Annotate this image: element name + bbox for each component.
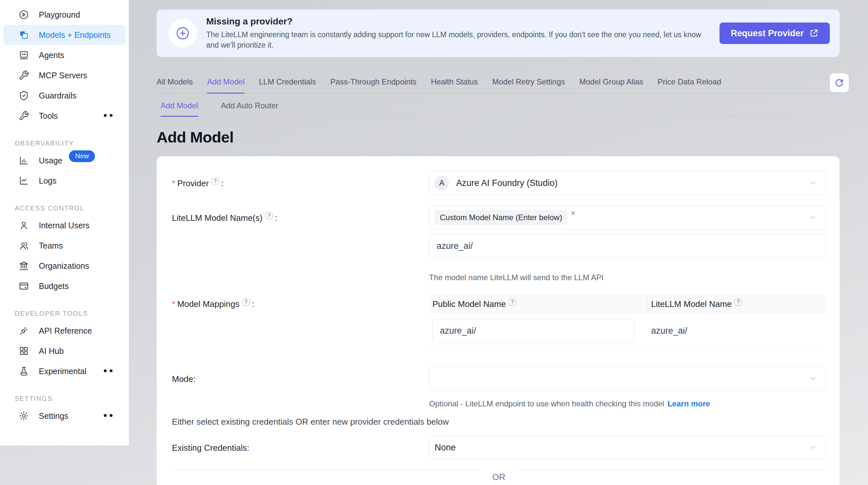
sidebar-item-organizations[interactable]: Organizations — [3, 256, 126, 276]
mode-label: Mode: — [172, 366, 429, 384]
public-model-name-input[interactable] — [432, 319, 634, 343]
tab-model-group-alias[interactable]: Model Group Alias — [579, 77, 643, 93]
mappings-header-row: Public Model Name? LiteLLM Model Name? — [429, 294, 826, 314]
tab-all-models[interactable]: All Models — [157, 77, 193, 93]
existing-credentials-label: Existing Credentials: — [172, 435, 429, 453]
section-header-developer-tools: DEVELOPER TOOLS — [15, 310, 129, 317]
custom-model-name-input[interactable] — [429, 234, 826, 258]
help-icon[interactable]: ? — [212, 177, 219, 185]
sidebar-item-experimental[interactable]: Experimental — [3, 361, 126, 381]
users-icon — [18, 240, 30, 252]
chevron-down-icon — [809, 444, 817, 451]
sidebar-item-label: Tools — [39, 111, 58, 121]
credit-card-icon — [18, 280, 30, 292]
sidebar-item-mcp-servers[interactable]: MCP Servers — [3, 65, 126, 86]
sidebar-item-logs[interactable]: Logs — [3, 170, 126, 191]
sidebar: Playground Models + Endpoints Agents MCP… — [0, 0, 129, 446]
tab-price-data-reload[interactable]: Price Data Reload — [657, 77, 721, 93]
tab-pass-through-endpoints[interactable]: Pass-Through Endpoints — [330, 77, 416, 93]
litellm-model-name-header: LiteLLM Model Name? — [647, 299, 826, 309]
chip-remove-icon[interactable]: × — [571, 208, 576, 218]
sidebar-item-label: AI Hub — [39, 346, 64, 356]
plus-circle-icon — [168, 19, 197, 47]
or-divider: OR — [172, 470, 826, 485]
sidebar-item-label: Playground — [39, 10, 80, 20]
help-icon[interactable]: ? — [508, 298, 516, 306]
tab-model-retry-settings[interactable]: Model Retry Settings — [492, 77, 565, 93]
more-options-icon[interactable] — [104, 369, 113, 372]
mappings-data-row: azure_ai/ — [429, 314, 826, 351]
sidebar-item-models-endpoints[interactable]: Models + Endpoints — [3, 25, 126, 45]
provider-row: *Provider?: A Azure AI Foundry (Studio) — [172, 171, 826, 195]
sidebar-item-teams[interactable]: Teams — [3, 235, 126, 256]
help-icon[interactable]: ? — [734, 298, 742, 306]
subtab-add-model[interactable]: Add Model — [160, 101, 198, 117]
sidebar-item-label: Settings — [39, 411, 68, 421]
banner-body: The LiteLLM engineering team is constant… — [206, 29, 707, 50]
new-badge: New — [69, 150, 95, 162]
existing-credentials-select[interactable]: None — [429, 435, 826, 459]
sidebar-item-label: Models + Endpoints — [39, 30, 111, 40]
sidebar-item-ai-hub[interactable]: AI Hub — [3, 341, 126, 361]
more-options-icon[interactable] — [104, 414, 113, 417]
shield-check-icon — [18, 90, 30, 101]
subtabs-bar: Add Model Add Auto Router — [157, 101, 840, 117]
gear-icon — [18, 410, 30, 422]
mode-select[interactable] — [429, 366, 826, 391]
subtab-add-auto-router[interactable]: Add Auto Router — [221, 101, 278, 116]
chevron-down-icon — [809, 214, 817, 222]
banner-text: Missing a provider? The LiteLLM engineer… — [206, 16, 719, 50]
more-options-icon[interactable] — [104, 114, 113, 117]
sidebar-item-guardrails[interactable]: Guardrails — [3, 86, 126, 106]
or-divider-label: OR — [492, 472, 505, 482]
sidebar-item-label: Logs — [39, 176, 57, 186]
sidebar-item-label: Organizations — [39, 261, 89, 271]
existing-credentials-row: Existing Credentials: None — [172, 435, 826, 459]
play-circle-icon — [18, 9, 30, 21]
sidebar-item-usage[interactable]: Usage New — [3, 150, 126, 170]
bank-icon — [18, 260, 30, 272]
learn-more-link[interactable]: Learn more — [667, 399, 710, 408]
sidebar-item-internal-users[interactable]: Internal Users — [3, 215, 126, 235]
line-chart-icon — [18, 175, 30, 187]
agent-face-icon — [18, 49, 30, 61]
request-provider-button[interactable]: Request Provider — [719, 23, 830, 44]
model-mappings-label: *Model Mappings?: — [172, 288, 429, 309]
sidebar-item-label: Internal Users — [39, 221, 90, 230]
litellm-model-names-label: LiteLLM Model Name(s)?: — [172, 205, 429, 223]
sidebar-item-label: Budgets — [39, 282, 69, 291]
existing-credentials-value: None — [435, 443, 456, 453]
tab-add-model[interactable]: Add Model — [207, 77, 245, 94]
chevron-down-icon — [809, 179, 817, 187]
refresh-button[interactable] — [830, 73, 849, 92]
litellm-model-name-value: azure_ai/ — [651, 326, 687, 335]
sidebar-item-settings[interactable]: Settings — [3, 406, 126, 426]
sidebar-item-agents[interactable]: Agents — [3, 45, 126, 65]
tab-llm-credentials[interactable]: LLM Credentials — [259, 77, 316, 93]
request-provider-label: Request Provider — [731, 28, 804, 38]
wrench-icon — [18, 69, 30, 81]
grid-icon — [18, 345, 30, 357]
help-icon[interactable]: ? — [265, 212, 273, 220]
sidebar-item-api-reference[interactable]: API Reference — [3, 321, 126, 341]
provider-select-value: Azure AI Foundry (Studio) — [456, 178, 558, 188]
section-header-observability: OBSERVABILITY — [15, 139, 129, 147]
provider-label: *Provider?: — [172, 171, 429, 189]
provider-select[interactable]: A Azure AI Foundry (Studio) — [429, 171, 826, 195]
sidebar-item-tools[interactable]: Tools — [3, 106, 126, 126]
help-icon[interactable]: ? — [242, 298, 250, 306]
litellm-model-names-row: LiteLLM Model Name(s)?: Custom Model Nam… — [172, 205, 826, 282]
litellm-model-names-select[interactable]: Custom Model Name (Enter below) × — [429, 205, 826, 230]
tabs-bar: All Models Add Model LLM Credentials Pas… — [157, 77, 840, 93]
wrench-icon — [18, 110, 30, 122]
column-divider — [647, 298, 647, 310]
mode-helper: Optional - LiteLLM endpoint to use when … — [429, 399, 826, 408]
sidebar-item-playground[interactable]: Playground — [3, 5, 126, 25]
tab-health-status[interactable]: Health Status — [431, 77, 478, 93]
chevron-down-icon — [809, 375, 817, 383]
sidebar-item-budgets[interactable]: Budgets — [3, 276, 126, 296]
sidebar-item-label: Experimental — [39, 366, 87, 376]
model-mappings-row: *Model Mappings?: Public Model Name? Lit… — [172, 288, 826, 351]
provider-avatar: A — [435, 176, 449, 190]
user-icon — [18, 220, 30, 231]
